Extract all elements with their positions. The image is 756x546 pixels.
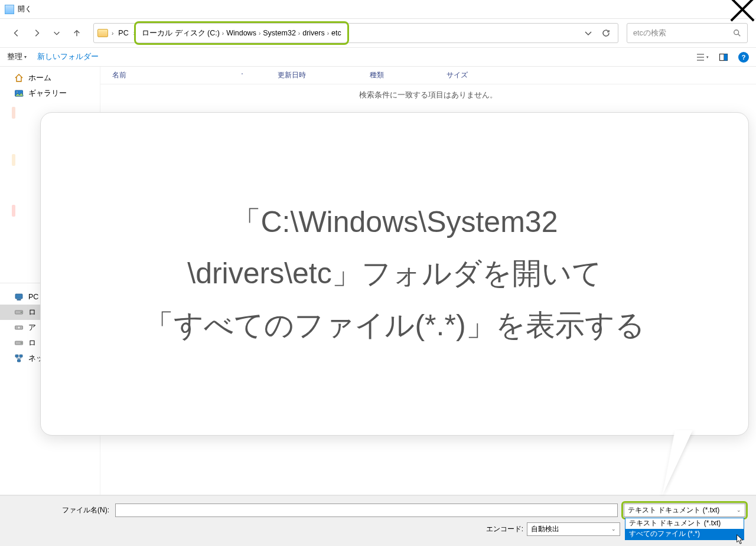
chevron-down-icon — [53, 29, 61, 37]
sidebar-item-home[interactable]: ホーム — [0, 70, 100, 86]
sidebar-quick-stub — [12, 224, 15, 276]
chevron-down-icon: ▾ — [24, 54, 27, 60]
breadcrumb-drivers[interactable]: drivers — [300, 29, 327, 37]
breadcrumb-highlight: ローカル ディスク (C:) › Windows › System32 › dr… — [134, 21, 349, 45]
chevron-right-icon: › — [112, 30, 113, 37]
svg-rect-14 — [19, 355, 22, 357]
view-mode-button[interactable]: ▾ — [696, 51, 709, 64]
arrow-right-icon — [32, 29, 41, 37]
filename-input[interactable] — [115, 504, 618, 517]
svg-rect-13 — [15, 355, 18, 357]
drive-icon — [14, 338, 24, 348]
sidebar-quick-stub[interactable] — [12, 154, 15, 166]
svg-rect-2 — [724, 54, 728, 60]
svg-rect-6 — [17, 299, 21, 300]
notepad-app-icon — [5, 5, 14, 14]
preview-pane-button[interactable] — [717, 51, 730, 64]
network-icon — [14, 354, 24, 363]
svg-rect-5 — [15, 294, 22, 299]
filetype-option-txt[interactable]: テキスト ドキュメント (*.txt) — [625, 518, 744, 529]
search-icon — [733, 29, 741, 37]
sidebar-quick-stub[interactable] — [12, 205, 15, 217]
breadcrumb-etc[interactable]: etc — [329, 29, 344, 37]
search-placeholder: etcの検索 — [633, 28, 666, 38]
svg-point-4 — [17, 91, 18, 93]
mouse-cursor — [736, 534, 744, 545]
filetype-selected: テキスト ドキュメント (*.txt) — [628, 505, 719, 515]
svg-point-8 — [21, 312, 22, 313]
preview-pane-icon — [719, 53, 728, 62]
column-headers: 名前 ˄ 更新日時 種類 サイズ — [100, 67, 756, 84]
chevron-down-icon: ⌄ — [611, 526, 616, 532]
recent-button[interactable] — [48, 25, 65, 41]
home-icon — [14, 73, 24, 83]
folder-icon — [97, 29, 108, 37]
chevron-down-icon: ▾ — [706, 55, 709, 60]
encoding-value: 自動検出 — [531, 524, 559, 534]
column-header-name[interactable]: 名前 ˄ — [112, 70, 278, 80]
organize-button[interactable]: 整理 ▾ — [7, 52, 27, 62]
titlebar: 開く — [0, 0, 756, 19]
instruction-callout: 「C:\Windows\System32 \drivers\etc」フォルダを開… — [40, 112, 749, 436]
gallery-icon — [14, 89, 24, 98]
breadcrumb-drive-c[interactable]: ローカル ディスク (C:) — [139, 28, 222, 38]
dialog-footer: ファイル名(N): テキスト ドキュメント (*.txt) ⌄ テキスト ドキュ… — [0, 495, 756, 546]
sidebar-quick-stub — [12, 126, 15, 147]
command-bar: 整理 ▾ 新しいフォルダー ▾ ? — [0, 47, 756, 67]
arrow-left-icon — [12, 29, 21, 37]
filename-label: ファイル名(N): — [8, 505, 112, 515]
column-header-type[interactable]: 種類 — [370, 70, 447, 80]
forward-button[interactable] — [28, 25, 45, 41]
sidebar-item-gallery[interactable]: ギャラリー — [0, 86, 100, 101]
close-button[interactable] — [729, 0, 756, 19]
chevron-down-icon: ⌄ — [737, 507, 741, 513]
filetype-dropdown: テキスト ドキュメント (*.txt) すべてのファイル (*.*) — [625, 518, 744, 540]
help-icon: ? — [742, 54, 746, 61]
svg-point-0 — [734, 30, 739, 35]
empty-folder-message: 検索条件に一致する項目はありません。 — [100, 84, 756, 100]
refresh-icon[interactable] — [601, 28, 611, 38]
back-button[interactable] — [8, 25, 25, 41]
drive-icon — [14, 308, 24, 317]
arrow-up-icon — [73, 29, 81, 37]
pc-icon — [14, 292, 24, 302]
filetype-option-all[interactable]: すべてのファイル (*.*) — [625, 529, 744, 540]
sidebar-quick-stub — [12, 173, 15, 198]
breadcrumb-windows[interactable]: Windows — [224, 29, 259, 37]
up-button[interactable] — [69, 25, 85, 41]
encoding-label: エンコード: — [486, 524, 523, 534]
svg-point-12 — [21, 342, 22, 344]
chevron-down-icon[interactable] — [584, 28, 593, 38]
navigation-bar: › PC › ローカル ディスク (C:) › Windows › System… — [0, 19, 756, 47]
svg-rect-15 — [18, 359, 21, 362]
sidebar-quick-stub[interactable] — [12, 107, 15, 119]
drive-icon — [14, 323, 24, 332]
column-header-size[interactable]: サイズ — [447, 70, 494, 80]
filetype-highlight: テキスト ドキュメント (*.txt) ⌄ テキスト ドキュメント (*.txt… — [621, 501, 748, 519]
help-button[interactable]: ? — [738, 52, 749, 63]
filetype-select[interactable]: テキスト ドキュメント (*.txt) ⌄ — [624, 504, 745, 517]
breadcrumb-pc[interactable]: PC — [116, 29, 131, 37]
instruction-text: 「C:\Windows\System32 \drivers\etc」フォルダを開… — [120, 197, 668, 352]
search-input[interactable]: etcの検索 — [627, 23, 748, 43]
sort-indicator-icon: ˄ — [241, 73, 243, 78]
svg-point-10 — [18, 326, 21, 329]
address-bar[interactable]: › PC › ローカル ディスク (C:) › Windows › System… — [93, 23, 618, 43]
list-view-icon — [696, 53, 705, 62]
encoding-select[interactable]: 自動検出 ⌄ — [527, 522, 620, 536]
close-icon — [729, 0, 756, 23]
window-title: 開く — [18, 4, 32, 14]
breadcrumb-system32[interactable]: System32 — [260, 29, 298, 37]
new-folder-button[interactable]: 新しいフォルダー — [37, 52, 99, 62]
column-header-date[interactable]: 更新日時 — [278, 70, 370, 80]
